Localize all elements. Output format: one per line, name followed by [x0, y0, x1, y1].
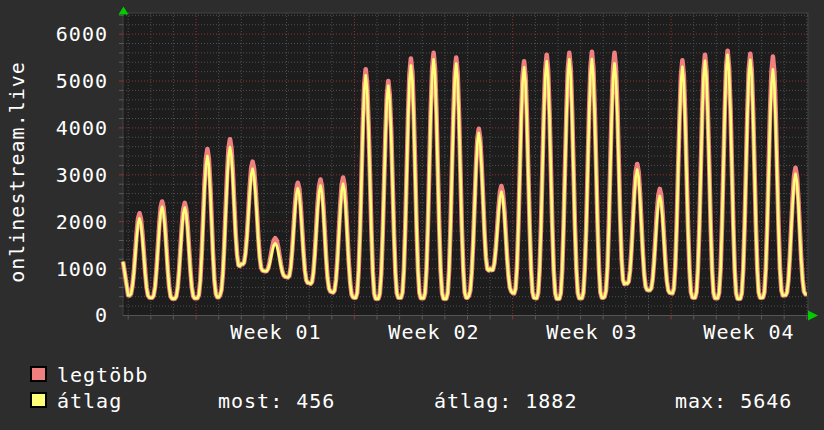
legend-swatch-legtobb-icon	[30, 366, 47, 382]
stat-atlag: átlag: 1882	[434, 391, 577, 411]
legend-label-legtobb: legtöbb	[57, 365, 148, 385]
y-axis-label-1000: 1000	[0, 259, 108, 279]
stat-most: most: 456	[218, 391, 335, 411]
y-axis-label-0: 0	[0, 305, 108, 325]
y-axis-label-4000: 4000	[0, 118, 108, 138]
x-axis-label-week-04: Week 04	[703, 322, 794, 342]
x-axis-label-week-02: Week 02	[388, 322, 479, 342]
graph-canvas	[108, 5, 824, 335]
y-axis-label-3000: 3000	[0, 165, 108, 185]
legend-swatch-atlag-icon	[30, 392, 47, 408]
legend-label-atlag: átlag	[57, 391, 122, 411]
y-axis-label-2000: 2000	[0, 212, 108, 232]
stat-max: max: 5646	[675, 391, 792, 411]
x-axis-arrow-icon	[808, 311, 818, 321]
y-axis-arrow-icon	[119, 7, 129, 15]
x-axis-label-week-03: Week 03	[546, 322, 637, 342]
rrd-graph-page: { "vertical_title": "onlinestream.live",…	[0, 0, 824, 430]
y-axis-label-5000: 5000	[0, 71, 108, 91]
y-axis-label-6000: 6000	[0, 24, 108, 44]
x-axis-label-week-01: Week 01	[230, 322, 321, 342]
